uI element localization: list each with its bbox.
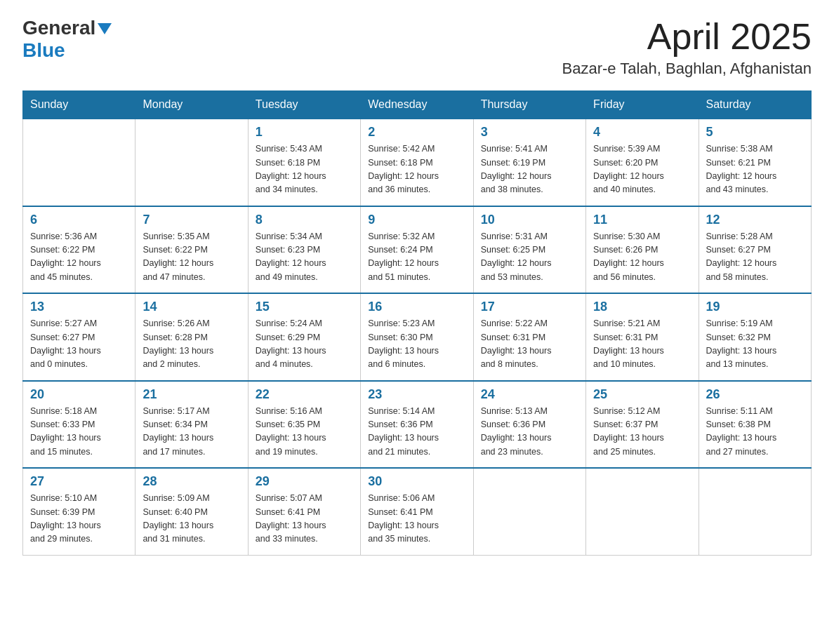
calendar-cell: 25Sunrise: 5:12 AM Sunset: 6:37 PM Dayli… [586, 381, 699, 469]
day-number: 11 [593, 213, 691, 227]
calendar-cell: 23Sunrise: 5:14 AM Sunset: 6:36 PM Dayli… [361, 381, 473, 469]
calendar-week-row: 13Sunrise: 5:27 AM Sunset: 6:27 PM Dayli… [23, 293, 812, 381]
logo-blue-text: Blue [22, 39, 65, 62]
day-info: Sunrise: 5:34 AM Sunset: 6:23 PM Dayligh… [256, 230, 353, 285]
day-number: 24 [481, 387, 578, 402]
location-title: Bazar-e Talah, Baghlan, Afghanistan [562, 60, 812, 78]
day-number: 5 [706, 125, 804, 140]
day-info: Sunrise: 5:42 AM Sunset: 6:18 PM Dayligh… [368, 142, 465, 197]
day-number: 13 [30, 300, 128, 314]
day-info: Sunrise: 5:36 AM Sunset: 6:22 PM Dayligh… [30, 230, 128, 285]
day-number: 1 [256, 125, 353, 140]
month-title: April 2025 [562, 17, 812, 57]
calendar-cell: 15Sunrise: 5:24 AM Sunset: 6:29 PM Dayli… [248, 293, 360, 381]
calendar-cell [135, 119, 248, 206]
day-info: Sunrise: 5:27 AM Sunset: 6:27 PM Dayligh… [30, 317, 128, 372]
day-info: Sunrise: 5:12 AM Sunset: 6:37 PM Dayligh… [593, 405, 691, 459]
day-number: 20 [30, 387, 128, 402]
day-info: Sunrise: 5:19 AM Sunset: 6:32 PM Dayligh… [706, 317, 804, 372]
weekday-header-tuesday: Tuesday [248, 91, 360, 119]
day-info: Sunrise: 5:14 AM Sunset: 6:36 PM Dayligh… [368, 405, 465, 459]
day-info: Sunrise: 5:30 AM Sunset: 6:26 PM Dayligh… [593, 230, 691, 285]
calendar-cell [473, 468, 585, 555]
day-number: 16 [368, 300, 465, 314]
weekday-header-friday: Friday [586, 91, 699, 119]
day-number: 23 [368, 387, 465, 402]
day-info: Sunrise: 5:24 AM Sunset: 6:29 PM Dayligh… [256, 317, 353, 372]
calendar-week-row: 27Sunrise: 5:10 AM Sunset: 6:39 PM Dayli… [23, 468, 812, 555]
day-info: Sunrise: 5:35 AM Sunset: 6:22 PM Dayligh… [143, 230, 240, 285]
weekday-header-monday: Monday [135, 91, 248, 119]
day-number: 17 [481, 300, 578, 314]
calendar-cell: 1Sunrise: 5:43 AM Sunset: 6:18 PM Daylig… [248, 119, 360, 206]
calendar-cell: 13Sunrise: 5:27 AM Sunset: 6:27 PM Dayli… [23, 293, 135, 381]
calendar-cell: 6Sunrise: 5:36 AM Sunset: 6:22 PM Daylig… [23, 206, 135, 294]
day-info: Sunrise: 5:17 AM Sunset: 6:34 PM Dayligh… [143, 405, 240, 459]
calendar-cell: 28Sunrise: 5:09 AM Sunset: 6:40 PM Dayli… [135, 468, 248, 555]
day-number: 29 [256, 474, 353, 489]
calendar-cell: 2Sunrise: 5:42 AM Sunset: 6:18 PM Daylig… [361, 119, 473, 206]
day-number: 10 [481, 213, 578, 227]
calendar-cell [23, 119, 135, 206]
day-number: 6 [30, 213, 128, 227]
day-number: 2 [368, 125, 465, 140]
calendar-table: SundayMondayTuesdayWednesdayThursdayFrid… [22, 90, 812, 556]
day-info: Sunrise: 5:26 AM Sunset: 6:28 PM Dayligh… [143, 317, 240, 372]
calendar-cell: 26Sunrise: 5:11 AM Sunset: 6:38 PM Dayli… [699, 381, 811, 469]
day-number: 3 [481, 125, 578, 140]
calendar-cell: 10Sunrise: 5:31 AM Sunset: 6:25 PM Dayli… [473, 206, 585, 294]
day-number: 4 [593, 125, 691, 140]
day-info: Sunrise: 5:13 AM Sunset: 6:36 PM Dayligh… [481, 405, 578, 459]
calendar-cell: 14Sunrise: 5:26 AM Sunset: 6:28 PM Dayli… [135, 293, 248, 381]
calendar-cell: 16Sunrise: 5:23 AM Sunset: 6:30 PM Dayli… [361, 293, 473, 381]
day-info: Sunrise: 5:38 AM Sunset: 6:21 PM Dayligh… [706, 142, 804, 197]
calendar-cell [586, 468, 699, 555]
calendar-cell: 19Sunrise: 5:19 AM Sunset: 6:32 PM Dayli… [699, 293, 811, 381]
weekday-header-wednesday: Wednesday [361, 91, 473, 119]
weekday-header-thursday: Thursday [473, 91, 585, 119]
calendar-week-row: 1Sunrise: 5:43 AM Sunset: 6:18 PM Daylig… [23, 119, 812, 206]
day-number: 14 [143, 300, 240, 314]
calendar-cell: 22Sunrise: 5:16 AM Sunset: 6:35 PM Dayli… [248, 381, 360, 469]
calendar-cell: 29Sunrise: 5:07 AM Sunset: 6:41 PM Dayli… [248, 468, 360, 555]
logo: General Blue [22, 17, 112, 62]
day-info: Sunrise: 5:11 AM Sunset: 6:38 PM Dayligh… [706, 405, 804, 459]
calendar-cell: 18Sunrise: 5:21 AM Sunset: 6:31 PM Dayli… [586, 293, 699, 381]
day-number: 28 [143, 474, 240, 489]
day-info: Sunrise: 5:18 AM Sunset: 6:33 PM Dayligh… [30, 405, 128, 459]
day-number: 18 [593, 300, 691, 314]
calendar-cell: 11Sunrise: 5:30 AM Sunset: 6:26 PM Dayli… [586, 206, 699, 294]
calendar-cell: 17Sunrise: 5:22 AM Sunset: 6:31 PM Dayli… [473, 293, 585, 381]
calendar-cell: 3Sunrise: 5:41 AM Sunset: 6:19 PM Daylig… [473, 119, 585, 206]
day-info: Sunrise: 5:21 AM Sunset: 6:31 PM Dayligh… [593, 317, 691, 372]
calendar-cell: 12Sunrise: 5:28 AM Sunset: 6:27 PM Dayli… [699, 206, 811, 294]
day-info: Sunrise: 5:28 AM Sunset: 6:27 PM Dayligh… [706, 230, 804, 285]
day-info: Sunrise: 5:22 AM Sunset: 6:31 PM Dayligh… [481, 317, 578, 372]
day-info: Sunrise: 5:06 AM Sunset: 6:41 PM Dayligh… [368, 492, 465, 546]
calendar-cell: 8Sunrise: 5:34 AM Sunset: 6:23 PM Daylig… [248, 206, 360, 294]
day-info: Sunrise: 5:23 AM Sunset: 6:30 PM Dayligh… [368, 317, 465, 372]
day-info: Sunrise: 5:09 AM Sunset: 6:40 PM Dayligh… [143, 492, 240, 546]
calendar-cell: 21Sunrise: 5:17 AM Sunset: 6:34 PM Dayli… [135, 381, 248, 469]
day-number: 9 [368, 213, 465, 227]
day-info: Sunrise: 5:39 AM Sunset: 6:20 PM Dayligh… [593, 142, 691, 197]
calendar-cell: 7Sunrise: 5:35 AM Sunset: 6:22 PM Daylig… [135, 206, 248, 294]
day-info: Sunrise: 5:32 AM Sunset: 6:24 PM Dayligh… [368, 230, 465, 285]
day-number: 30 [368, 474, 465, 489]
calendar-cell: 24Sunrise: 5:13 AM Sunset: 6:36 PM Dayli… [473, 381, 585, 469]
day-info: Sunrise: 5:31 AM Sunset: 6:25 PM Dayligh… [481, 230, 578, 285]
weekday-header-sunday: Sunday [23, 91, 135, 119]
calendar-week-row: 20Sunrise: 5:18 AM Sunset: 6:33 PM Dayli… [23, 381, 812, 469]
calendar-week-row: 6Sunrise: 5:36 AM Sunset: 6:22 PM Daylig… [23, 206, 812, 294]
day-number: 12 [706, 213, 804, 227]
day-number: 7 [143, 213, 240, 227]
calendar-cell [699, 468, 811, 555]
day-info: Sunrise: 5:07 AM Sunset: 6:41 PM Dayligh… [256, 492, 353, 546]
weekday-header-saturday: Saturday [699, 91, 811, 119]
day-info: Sunrise: 5:16 AM Sunset: 6:35 PM Dayligh… [256, 405, 353, 459]
logo-triangle-icon [98, 23, 112, 34]
day-number: 21 [143, 387, 240, 402]
calendar-cell: 20Sunrise: 5:18 AM Sunset: 6:33 PM Dayli… [23, 381, 135, 469]
calendar-header-row: SundayMondayTuesdayWednesdayThursdayFrid… [23, 91, 812, 119]
calendar-cell: 5Sunrise: 5:38 AM Sunset: 6:21 PM Daylig… [699, 119, 811, 206]
